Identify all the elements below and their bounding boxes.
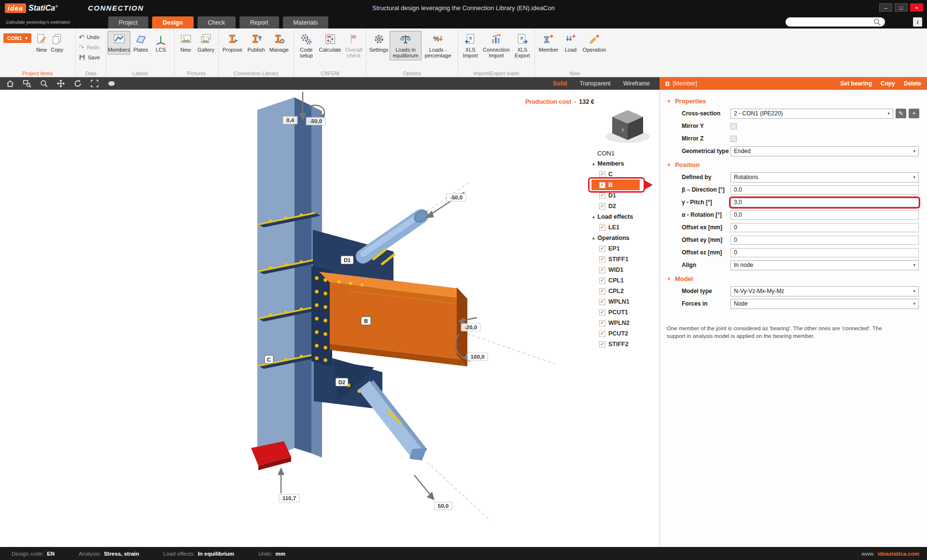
tree-item-cpl1[interactable]: ✓CPL1 — [591, 275, 659, 286]
loads-in-equilibrium-button[interactable]: Loads in equilibrium — [390, 31, 421, 60]
tab-check[interactable]: Check — [197, 16, 236, 28]
checkbox-checked-icon[interactable]: ✓ — [599, 182, 605, 188]
new-member-button[interactable]: Member — [536, 31, 561, 55]
section-properties[interactable]: ▼Properties — [660, 94, 927, 107]
tree-item-wpln2[interactable]: ✓WPLN2 — [591, 318, 659, 328]
zoom-window-icon[interactable] — [23, 79, 31, 88]
xls-export-button[interactable]: X XLS Export — [512, 31, 533, 60]
checkbox-checked-icon[interactable]: ✓ — [599, 299, 605, 305]
edit-cross-section-button[interactable]: ✎ — [896, 109, 906, 118]
collapse-icon[interactable]: ▴ — [592, 214, 595, 219]
geometrical-type-dropdown[interactable]: Ended▾ — [730, 146, 919, 156]
tree-item-le1[interactable]: ✓LE1 — [591, 222, 659, 233]
member-beam-b[interactable] — [319, 272, 467, 366]
tree-item-stiff2[interactable]: ✓STIFF2 — [591, 339, 659, 350]
beta-direction-input[interactable] — [730, 185, 919, 195]
checkbox-checked-icon[interactable]: ✓ — [599, 203, 605, 210]
alpha-rotation-input[interactable] — [730, 210, 919, 220]
mirror-z-checkbox[interactable] — [730, 136, 737, 142]
zoom-icon[interactable] — [40, 79, 48, 88]
undo-button[interactable]: ↶ Undo — [77, 33, 101, 41]
tree-item-cpl2[interactable]: ✓CPL2 — [591, 286, 659, 296]
collapse-icon[interactable]: ▴ — [592, 236, 595, 240]
copy-member-button[interactable]: Copy — [881, 80, 895, 87]
tree-root-con1[interactable]: CON1 — [591, 148, 659, 158]
mode-transparent[interactable]: Transparent — [579, 80, 610, 87]
search-box[interactable] — [786, 17, 885, 27]
labels-plates-button[interactable]: Plates — [130, 31, 151, 55]
tree-section-load-effects[interactable]: ▴Load effects — [591, 211, 659, 222]
checkbox-checked-icon[interactable]: ✓ — [599, 320, 605, 326]
section-model[interactable]: ▼Model — [660, 271, 927, 285]
tree-item-d1[interactable]: ✓D1 — [591, 190, 659, 201]
redo-button[interactable]: ↷ Redo — [77, 43, 101, 51]
offset-ez-input[interactable] — [730, 248, 919, 257]
checkbox-checked-icon[interactable]: ✓ — [599, 331, 605, 337]
cross-section-dropdown[interactable]: 2 - CON1 (IPE220)▾ — [730, 109, 893, 119]
loads-percentage-button[interactable]: % Loads - percentage — [421, 31, 454, 60]
tree-item-c[interactable]: ✓C — [591, 169, 659, 180]
pan-icon[interactable] — [56, 79, 65, 88]
settings-button[interactable]: Settings — [368, 31, 390, 55]
info-button[interactable]: i — [913, 17, 922, 27]
search-input[interactable] — [790, 19, 873, 25]
checkbox-checked-icon[interactable]: ✓ — [599, 278, 605, 284]
overall-check-button[interactable]: Overall check — [343, 31, 365, 60]
set-bearing-button[interactable]: Set bearing — [841, 80, 872, 87]
checkbox-checked-icon[interactable]: ✓ — [599, 246, 605, 252]
connection-import-button[interactable]: Connection Import — [481, 31, 511, 60]
tab-materials[interactable]: Materials — [283, 16, 329, 28]
picture-gallery-button[interactable]: Gallery — [195, 31, 217, 55]
tree-item-wid1[interactable]: ✓WID1 — [591, 265, 659, 275]
add-cross-section-button[interactable]: + — [909, 109, 919, 118]
tree-item-stiff1[interactable]: ✓STIFF1 — [591, 254, 659, 265]
collapse-icon[interactable]: ▴ — [592, 161, 595, 166]
tree-section-members[interactable]: ▴Members — [591, 158, 659, 169]
base-plate[interactable] — [251, 441, 291, 470]
copy-project-item-button[interactable]: Copy — [49, 31, 65, 55]
home-view-icon[interactable] — [6, 79, 14, 88]
close-button[interactable]: × — [910, 3, 923, 12]
labels-lcs-button[interactable]: LCS — [151, 31, 170, 55]
code-setup-button[interactable]: Code setup — [295, 31, 317, 60]
tree-item-ep1[interactable]: ✓EP1 — [591, 243, 659, 254]
manage-button[interactable]: Manage — [267, 31, 291, 55]
checkbox-checked-icon[interactable]: ✓ — [599, 224, 605, 231]
calculate-button[interactable]: Calculate — [317, 31, 343, 55]
new-operation-button[interactable]: Operation — [581, 31, 608, 55]
tab-report[interactable]: Report — [239, 16, 279, 28]
minimize-button[interactable]: – — [879, 3, 892, 12]
xls-import-button[interactable]: X XLS Import — [460, 31, 481, 60]
checkbox-checked-icon[interactable]: ✓ — [599, 341, 605, 348]
save-button[interactable]: Save — [77, 53, 101, 61]
tab-design[interactable]: Design — [152, 16, 194, 28]
collapse-icon[interactable]: ▼ — [667, 163, 671, 168]
mode-wireframe[interactable]: Wireframe — [623, 80, 650, 87]
checkbox-checked-icon[interactable]: ✓ — [599, 193, 605, 199]
picture-new-button[interactable]: New — [176, 31, 195, 55]
publish-button[interactable]: Publish — [245, 31, 267, 55]
collapse-icon[interactable]: ▼ — [667, 277, 671, 281]
tree-item-wpln1[interactable]: ✓WPLN1 — [591, 296, 659, 307]
checkbox-checked-icon[interactable]: ✓ — [599, 309, 605, 316]
propose-button[interactable]: Propose — [220, 31, 245, 55]
checkbox-checked-icon[interactable]: ✓ — [599, 171, 605, 178]
labels-members-button[interactable]: Members — [108, 31, 130, 55]
new-project-item-button[interactable]: New — [34, 31, 49, 55]
tree-item-d2[interactable]: ✓D2 — [591, 201, 659, 211]
checkbox-checked-icon[interactable]: ✓ — [599, 267, 605, 273]
section-position[interactable]: ▼Position — [660, 157, 927, 171]
rotate-view-icon[interactable] — [73, 79, 82, 88]
mode-solid[interactable]: Solid — [553, 80, 567, 87]
model-type-dropdown[interactable]: N-Vy-Vz-Mx-My-Mz▾ — [730, 286, 919, 296]
tree-item-pcut1[interactable]: ✓PCUT1 — [591, 307, 659, 318]
new-load-button[interactable]: Load — [561, 31, 581, 55]
maximize-button[interactable]: □ — [895, 3, 908, 12]
project-item-con1-dropdown[interactable]: CON1▾ — [3, 33, 31, 43]
offset-ey-input[interactable] — [730, 236, 919, 245]
fit-view-icon[interactable] — [90, 79, 99, 88]
tree-item-b[interactable]: ✓B — [591, 180, 640, 190]
offset-ex-input[interactable] — [730, 223, 919, 232]
tree-section-operations[interactable]: ▴Operations — [591, 233, 659, 243]
member-diagonal-d2[interactable] — [364, 381, 427, 461]
